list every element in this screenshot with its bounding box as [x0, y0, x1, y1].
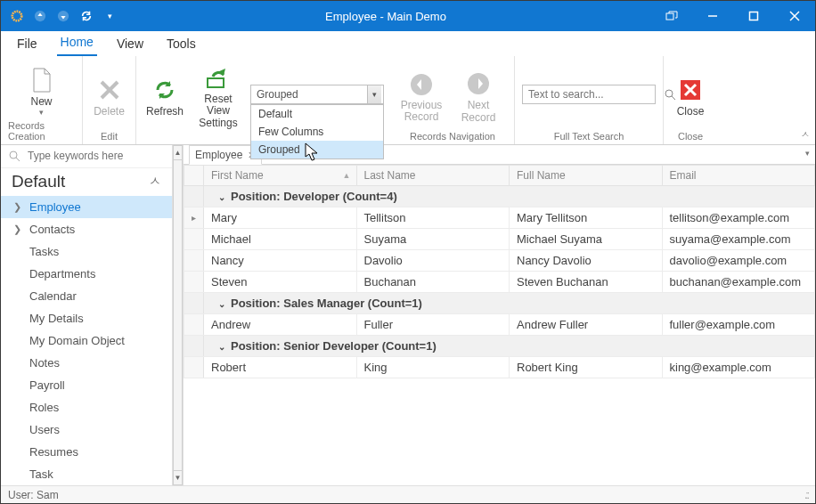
close-view-button[interactable]: Close	[671, 71, 710, 118]
row-indicator	[184, 314, 204, 336]
sidebar-item-roles[interactable]: Roles	[1, 396, 172, 419]
column-header[interactable]: Email	[662, 166, 815, 186]
sidebar-item-my-domain-object[interactable]: My Domain Object	[1, 329, 172, 352]
sidebar-item-departments[interactable]: Departments	[1, 263, 172, 285]
search-icon	[8, 150, 20, 162]
mdi-restore-icon[interactable]	[651, 1, 692, 31]
cell[interactable]: Robert King	[510, 357, 663, 378]
refresh-button-label: Refresh	[146, 105, 184, 118]
cell[interactable]: Michael Suyama	[510, 229, 663, 250]
collapse-ribbon-icon[interactable]: ㅅ	[801, 128, 810, 141]
sidebar-item-tasks[interactable]: Tasks	[1, 240, 172, 263]
group-row[interactable]: ⌄Position: Sales Manager (Count=1)	[204, 293, 815, 314]
table-row[interactable]: ▸MaryTellitsonMary Tellitsontellitson@ex…	[184, 207, 815, 229]
cell[interactable]: Robert	[204, 357, 357, 378]
cell[interactable]: davolio@example.com	[662, 250, 815, 272]
chevron-right-icon: ❯	[13, 224, 22, 235]
previous-record-label: Previous Record	[401, 100, 443, 123]
cell[interactable]: Buchanan	[356, 272, 510, 293]
cell[interactable]: Nancy	[204, 250, 357, 272]
scroll-down-icon[interactable]: ▼	[173, 470, 183, 485]
ribbon: New ▾ Records Creation Delete Edit Refre…	[1, 56, 815, 145]
cell[interactable]: Michael	[204, 229, 357, 250]
new-button[interactable]: New ▾	[10, 61, 74, 117]
nav-group-header[interactable]: Default ㅅ	[1, 167, 172, 196]
view-option[interactable]: Default	[251, 105, 383, 123]
delete-button[interactable]: Delete	[87, 71, 132, 118]
row-indicator-header[interactable]	[184, 166, 204, 186]
sidebar-item-task[interactable]: Task	[1, 463, 172, 485]
sidebar-item-my-details[interactable]: My Details	[1, 307, 172, 329]
chevron-down-icon[interactable]: ▾	[367, 85, 381, 103]
reset-view-button[interactable]: Reset View Settings	[192, 60, 245, 129]
cell[interactable]: Tellitson	[356, 207, 510, 229]
cell[interactable]: king@example.com	[662, 357, 815, 378]
cell[interactable]: Andrew	[204, 314, 357, 336]
nav-search[interactable]	[1, 145, 172, 167]
cell[interactable]: suyama@example.com	[662, 229, 815, 250]
menu-view[interactable]: View	[113, 33, 147, 56]
refresh-button[interactable]: Refresh	[143, 71, 186, 118]
cell[interactable]: Suyama	[356, 229, 510, 250]
tab-menu-icon[interactable]: ▾	[805, 149, 810, 158]
cell[interactable]: Nancy Davolio	[510, 250, 663, 272]
maximize-button[interactable]	[733, 1, 774, 31]
cell[interactable]: Fuller	[356, 314, 510, 336]
menu-file[interactable]: File	[13, 33, 41, 56]
view-combo[interactable]: Grouped ▾ DefaultFew ColumnsGrouped	[250, 85, 384, 104]
table-row[interactable]: AndrewFullerAndrew Fullerfuller@example.…	[184, 314, 815, 336]
view-option[interactable]: Few Columns	[251, 123, 383, 141]
next-record-button[interactable]: Next Record	[450, 65, 507, 124]
minimize-button[interactable]	[692, 1, 733, 31]
row-indicator	[184, 229, 204, 250]
table-row[interactable]: StevenBuchananSteven Buchananbuchanan@ex…	[184, 272, 815, 293]
cell[interactable]: Mary	[204, 207, 357, 229]
nav-search-input[interactable]	[26, 149, 165, 163]
cell[interactable]: Mary Tellitson	[510, 207, 663, 229]
sidebar-item-label: Payroll	[29, 378, 65, 392]
title-sync-icon[interactable]	[76, 5, 97, 27]
gear-icon[interactable]	[6, 5, 28, 27]
full-text-search[interactable]	[522, 85, 656, 104]
scroll-up-icon[interactable]: ▲	[173, 145, 183, 160]
title-qat-more-icon[interactable]: ▾	[99, 5, 120, 27]
chevron-right-icon: ❯	[13, 201, 22, 213]
cell[interactable]: buchanan@example.com	[662, 272, 815, 293]
nav-scrollbar[interactable]: ▲ ▼	[172, 145, 183, 485]
close-button[interactable]	[774, 1, 815, 31]
table-row[interactable]: NancyDavolioNancy Davoliodavolio@example…	[184, 250, 815, 272]
view-option[interactable]: Grouped	[251, 141, 383, 159]
cell[interactable]: King	[356, 357, 510, 378]
cell[interactable]: Steven	[204, 272, 357, 293]
sidebar-item-users[interactable]: Users	[1, 419, 172, 441]
cell[interactable]: Steven Buchanan	[510, 272, 663, 293]
search-input[interactable]	[526, 87, 664, 102]
sidebar-item-payroll[interactable]: Payroll	[1, 374, 172, 396]
menu-tools[interactable]: Tools	[163, 33, 200, 56]
group-row[interactable]: ⌄Position: Developer (Count=4)	[204, 186, 815, 207]
cell[interactable]: tellitson@example.com	[662, 207, 815, 229]
menu-home[interactable]: Home	[57, 31, 97, 56]
title-down-icon[interactable]	[53, 5, 74, 27]
cell[interactable]: Andrew Fuller	[510, 314, 663, 336]
table-row[interactable]: RobertKingRobert Kingking@example.com	[184, 357, 815, 378]
cell[interactable]: Davolio	[356, 250, 510, 272]
column-header[interactable]: Last Name	[356, 166, 510, 186]
table-row[interactable]: MichaelSuyamaMichael Suyamasuyama@exampl…	[184, 229, 815, 250]
column-header[interactable]: Full Name	[510, 166, 663, 186]
previous-record-button[interactable]: Previous Record	[398, 66, 445, 123]
row-indicator	[184, 272, 204, 293]
group-row[interactable]: ⌄Position: Senior Developer (Count=1)	[204, 336, 815, 357]
data-grid[interactable]: First Name▲Last NameFull NameEmail⌄Posit…	[184, 165, 815, 485]
sidebar-item-resumes[interactable]: Resumes	[1, 441, 172, 463]
cell[interactable]: fuller@example.com	[662, 314, 815, 336]
sidebar-item-contacts[interactable]: ❯Contacts	[1, 218, 172, 240]
sidebar-item-notes[interactable]: Notes	[1, 352, 172, 374]
sidebar-item-calendar[interactable]: Calendar	[1, 285, 172, 307]
app-body: Default ㅅ ❯Employee❯ContactsTasksDepartm…	[1, 145, 815, 485]
resize-grip-icon[interactable]: .::	[804, 489, 808, 501]
sidebar-item-employee[interactable]: ❯Employee	[1, 196, 172, 218]
title-up-icon[interactable]	[29, 5, 51, 27]
group-edit-label: Edit	[101, 129, 118, 142]
column-header[interactable]: First Name▲	[204, 166, 357, 186]
